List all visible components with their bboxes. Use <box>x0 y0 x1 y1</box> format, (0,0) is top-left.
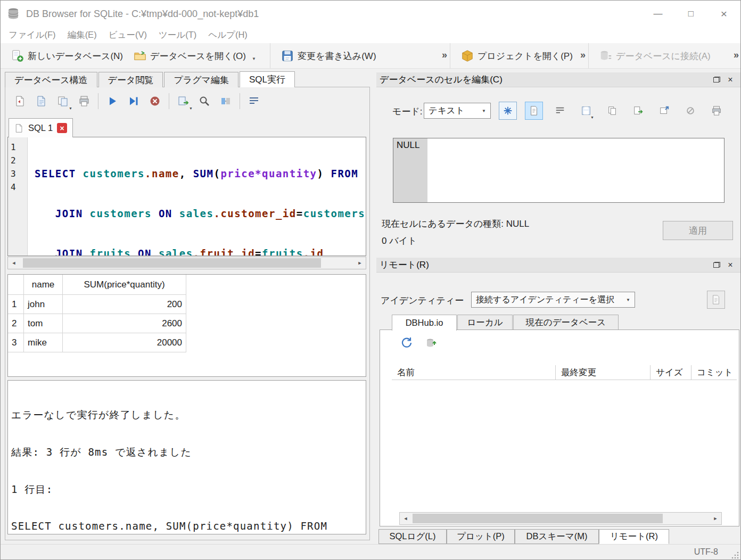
dock-tab-sql-log[interactable]: SQLログ(L) <box>378 529 447 544</box>
export-data-button[interactable] <box>629 102 647 120</box>
scroll-right-icon[interactable]: ► <box>354 257 366 269</box>
close-button[interactable]: × <box>707 1 740 27</box>
sum-cell[interactable]: 2600 <box>63 314 186 333</box>
toolbar-separator <box>240 93 240 109</box>
scrollbar-track[interactable] <box>20 257 354 269</box>
maximize-button[interactable]: □ <box>674 1 707 27</box>
close-dock-button[interactable]: × <box>723 73 737 86</box>
mode-combobox[interactable]: テキスト ▼ <box>424 103 491 119</box>
float-dock-button[interactable] <box>710 259 723 271</box>
open-database-button[interactable]: データベースを開く(O) ▼ <box>128 47 261 65</box>
scrollbar-track[interactable] <box>411 513 710 524</box>
row-number-cell: 1 <box>8 295 24 314</box>
new-database-button[interactable]: 新しいデータベース(N) <box>6 47 128 65</box>
copy-data-button[interactable] <box>603 102 621 120</box>
sql-code-area[interactable]: SELECT customers.name, SUM(price*quantit… <box>28 137 366 256</box>
menu-view[interactable]: ビュー(V) <box>103 29 153 41</box>
name-cell[interactable]: mike <box>24 333 63 352</box>
tab-execute-sql[interactable]: SQL実行 <box>240 71 295 87</box>
scrollbar-thumb[interactable] <box>413 514 663 523</box>
close-dock-button[interactable]: × <box>723 259 737 271</box>
upload-database-button[interactable] <box>425 336 438 349</box>
set-null-button[interactable] <box>681 102 699 120</box>
open-sql-file-icon <box>14 95 26 107</box>
remote-tab-current-database[interactable]: 現在のデータベース <box>513 315 619 330</box>
save-sql-copy-button[interactable]: ▼ <box>52 92 73 111</box>
menu-help[interactable]: ヘルプ(H) <box>202 29 253 41</box>
remote-tab-local[interactable]: ローカル <box>457 315 513 330</box>
sql-document-tab[interactable]: SQL 1 × <box>9 118 73 137</box>
apply-button[interactable]: 適用 <box>663 221 733 240</box>
save-sql-file-button[interactable] <box>31 92 52 111</box>
write-changes-button[interactable]: 変更を書き込み(W) <box>276 47 382 65</box>
word-wrap-cell-button[interactable] <box>551 102 569 120</box>
cell-content-editor[interactable]: NULL <box>393 138 724 203</box>
execute-all-button[interactable] <box>102 92 123 111</box>
dock-tab-db-schema[interactable]: DBスキーマ(M) <box>515 529 599 544</box>
text-mode-button[interactable] <box>525 102 543 120</box>
word-wrap-button[interactable] <box>243 92 265 111</box>
results-row[interactable]: 1 john 200 <box>8 295 366 314</box>
name-cell[interactable]: john <box>24 295 63 314</box>
close-sql-tab-icon[interactable]: × <box>57 123 67 133</box>
results-row[interactable]: 3 mike 20000 <box>8 333 366 352</box>
scroll-left-icon[interactable]: ◄ <box>400 513 411 524</box>
toolbar-overflow-icon[interactable]: » <box>442 50 447 61</box>
sql-editor[interactable]: 1 2 3 4 SELECT customers.name, SUM(price… <box>7 137 366 256</box>
editor-horizontal-scrollbar[interactable]: ◄ ► <box>7 257 366 269</box>
import-data-button[interactable] <box>499 102 517 120</box>
save-sql-dropdown-icon[interactable]: ▼ <box>69 106 72 110</box>
sum-cell[interactable]: 200 <box>63 295 186 314</box>
export-results-dropdown-icon[interactable]: ▼ <box>189 106 193 110</box>
toolbar-overflow-icon[interactable]: » <box>734 50 739 61</box>
print-cell-button[interactable] <box>707 102 726 120</box>
open-project-button[interactable]: プロジェクトを開く(P) <box>456 47 578 65</box>
remote-tab-dbhub[interactable]: DBHub.io <box>392 315 457 331</box>
connect-database-button[interactable]: データベースに接続(A) <box>594 47 716 65</box>
save-data-button[interactable]: ▼ <box>577 102 595 120</box>
menu-file[interactable]: ファイル(F) <box>3 29 62 41</box>
sum-cell[interactable]: 20000 <box>63 333 186 352</box>
clone-database-button[interactable] <box>707 291 725 309</box>
print-button[interactable] <box>73 92 95 111</box>
stop-execution-button[interactable] <box>144 92 166 111</box>
menu-tools[interactable]: ツール(T) <box>153 29 202 41</box>
connect-database-icon <box>599 50 612 62</box>
name-cell[interactable]: tom <box>24 314 63 333</box>
tab-browse-data[interactable]: データ閲覧 <box>98 72 163 87</box>
scroll-left-icon[interactable]: ◄ <box>8 257 20 269</box>
dock-tab-plot[interactable]: プロット(P) <box>447 529 515 544</box>
refresh-button[interactable] <box>400 336 413 349</box>
resize-grip[interactable] <box>731 551 739 559</box>
execute-current-line-button[interactable] <box>123 92 144 111</box>
status-bar: UTF-8 <box>1 544 740 560</box>
scrollbar-thumb[interactable] <box>23 258 321 268</box>
column-header-size[interactable]: サイズ <box>651 365 691 380</box>
auto-format-button[interactable] <box>215 92 236 111</box>
scroll-right-icon[interactable]: ► <box>710 513 721 524</box>
identity-combobox[interactable]: 接続するアイデンティティーを選択 ▼ <box>471 292 635 308</box>
dock-tab-remote[interactable]: リモート(R) <box>599 529 669 544</box>
save-data-dropdown-icon[interactable]: ▼ <box>590 116 594 119</box>
column-header-last-modified[interactable]: 最終変更 <box>556 365 651 380</box>
tab-database-structure[interactable]: データベース構造 <box>5 72 97 87</box>
open-external-button[interactable] <box>655 102 673 120</box>
sql-token: .customer_id <box>213 208 296 219</box>
find-replace-button[interactable] <box>194 92 215 111</box>
results-column-sum[interactable]: SUM(price*quantity) <box>63 275 186 295</box>
float-dock-button[interactable] <box>710 73 723 86</box>
toolbar-overflow-icon[interactable]: » <box>580 50 586 61</box>
export-results-button[interactable]: ▼ <box>172 92 194 111</box>
open-sql-file-button[interactable] <box>10 92 31 111</box>
column-header-name[interactable]: 名前 <box>392 365 556 380</box>
results-row[interactable]: 2 tom 2600 <box>8 314 366 333</box>
sql-token: fruits <box>90 248 138 256</box>
column-header-commit[interactable]: コミット <box>691 365 737 380</box>
encoding-indicator[interactable]: UTF-8 <box>694 547 718 557</box>
tab-edit-pragmas[interactable]: プラグマ編集 <box>164 72 238 87</box>
remote-horizontal-scrollbar[interactable]: ◄ ► <box>399 512 722 525</box>
menu-edit[interactable]: 編集(E) <box>62 29 103 41</box>
open-database-dropdown-icon[interactable]: ▼ <box>252 56 256 61</box>
minimize-button[interactable]: — <box>641 1 674 27</box>
results-column-name[interactable]: name <box>24 275 63 295</box>
